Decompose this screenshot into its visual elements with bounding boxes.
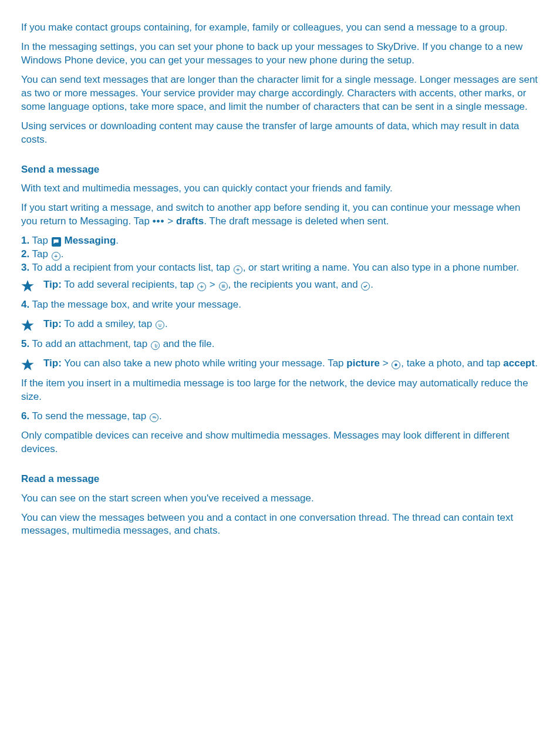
step-4-text: Tap the message box, and write your mess… xyxy=(29,299,241,310)
tip-2-a: To add a smiley, tap xyxy=(62,318,155,329)
plus-icon: + xyxy=(197,282,206,291)
svg-point-5 xyxy=(160,324,161,325)
tip-1-c: , the recipients you want, and xyxy=(228,279,361,290)
tip-3-content: Tip: You can also take a new photo while… xyxy=(43,357,539,370)
picture-label: picture xyxy=(346,358,380,369)
step-2-num: 2. xyxy=(21,248,29,260)
tip-3-label: Tip: xyxy=(43,358,62,369)
step-3-post: , or start writing a name. You can also … xyxy=(243,262,519,273)
send-icon xyxy=(150,413,158,422)
check-icon xyxy=(361,282,370,291)
send-para-2: If you start writing a message, and swit… xyxy=(21,201,539,228)
svg-point-6 xyxy=(395,363,398,366)
camera-icon xyxy=(392,360,400,369)
list-icon xyxy=(219,282,228,291)
tip-3-b: > xyxy=(380,358,391,369)
step-1-pre: Tap xyxy=(29,235,51,246)
step-5-pre: To add an attachment, tap xyxy=(29,338,150,349)
step-2-pre: Tap xyxy=(29,248,51,260)
plus-icon: + xyxy=(234,265,242,274)
tip-2-b: . xyxy=(165,318,168,329)
tip-1: Tip: To add several recipients, tap + > … xyxy=(21,278,539,292)
more-icon: ••• xyxy=(153,215,165,227)
step-2-post: . xyxy=(61,248,64,260)
tip-3-c: , take a photo, and tap xyxy=(401,358,503,369)
step-2: 2. Tap +. xyxy=(21,248,539,261)
svg-point-4 xyxy=(158,324,160,325)
step-4-num: 4. xyxy=(21,299,29,310)
attachment-icon xyxy=(151,341,160,350)
tip-3-a: You can also take a new photo while writ… xyxy=(62,358,346,369)
send-p2-c: . The draft message is deleted when sent… xyxy=(204,215,389,227)
tip-3-d: . xyxy=(535,358,538,369)
intro-para-2: In the messaging settings, you can set y… xyxy=(21,41,539,68)
step-3-num: 3. xyxy=(21,262,29,273)
tip-1-label: Tip: xyxy=(43,279,62,290)
star-icon xyxy=(21,358,34,371)
intro-para-1: If you make contact groups containing, f… xyxy=(21,21,539,35)
drafts-label: drafts xyxy=(176,215,204,227)
accept-label: accept xyxy=(503,358,535,369)
step-1: 1. Tap Messaging. xyxy=(21,234,539,248)
read-message-heading: Read a message xyxy=(21,473,539,486)
tip-1-b: > xyxy=(207,279,218,290)
tip-1-content: Tip: To add several recipients, tap + > … xyxy=(43,278,539,292)
send-para-1: With text and multimedia messages, you c… xyxy=(21,182,539,196)
step-3: 3. To add a recipient from your contacts… xyxy=(21,261,539,275)
step-6-num: 6. xyxy=(21,410,29,422)
step-6: 6. To send the message, tap . xyxy=(21,410,539,423)
intro-para-3: You can send text messages that are long… xyxy=(21,73,539,114)
step-1-num: 1. xyxy=(21,235,29,246)
smiley-icon xyxy=(156,321,164,329)
send-para-3: If the item you insert in a multimedia m… xyxy=(21,377,539,404)
star-icon xyxy=(21,279,34,292)
tip-1-a: To add several recipients, tap xyxy=(62,279,197,290)
send-p2-b: > xyxy=(167,215,176,227)
step-4: 4. Tap the message box, and write your m… xyxy=(21,298,539,312)
step-5-num: 5. xyxy=(21,338,29,349)
step-6-pre: To send the message, tap xyxy=(29,410,149,422)
step-3-pre: To add a recipient from your contacts li… xyxy=(29,262,232,273)
read-para-1: You can see on the start screen when you… xyxy=(21,492,539,506)
send-message-heading: Send a message xyxy=(21,163,539,177)
tip-2: Tip: To add a smiley, tap . xyxy=(21,318,539,332)
plus-icon: + xyxy=(52,252,60,261)
tip-2-content: Tip: To add a smiley, tap . xyxy=(43,318,539,331)
tip-1-d: . xyxy=(370,279,373,290)
step-5-post: and the file. xyxy=(160,338,215,349)
messaging-icon xyxy=(52,237,61,247)
tip-2-label: Tip: xyxy=(43,318,62,329)
send-para-4: Only compatible devices can receive and … xyxy=(21,429,539,456)
read-para-2: You can view the messages between you an… xyxy=(21,511,539,538)
step-1-post: . xyxy=(116,235,119,246)
intro-para-4: Using services or downloading content ma… xyxy=(21,120,539,147)
step-5: 5. To add an attachment, tap and the fil… xyxy=(21,338,539,351)
tip-3: Tip: You can also take a new photo while… xyxy=(21,357,539,371)
messaging-label: Messaging xyxy=(62,235,116,246)
star-icon xyxy=(21,319,34,332)
step-6-post: . xyxy=(159,410,162,422)
